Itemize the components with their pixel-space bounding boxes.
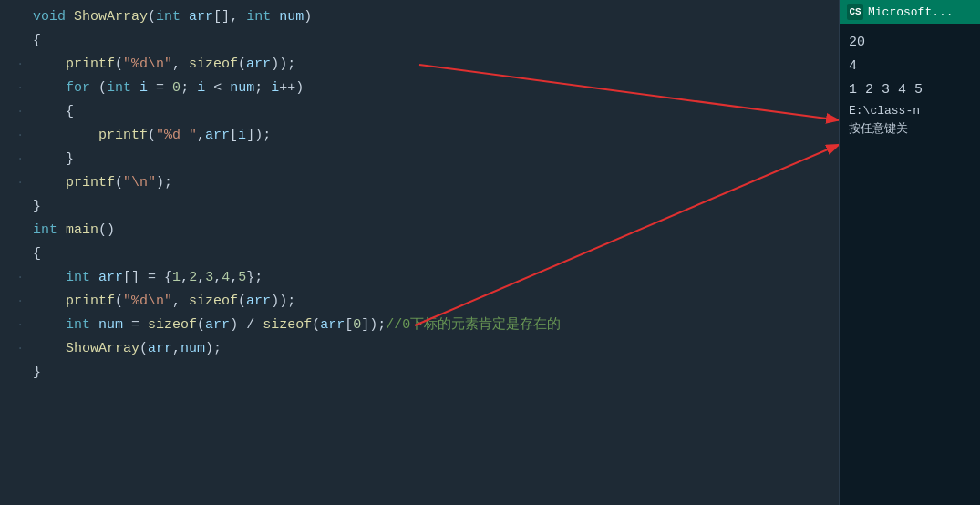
token-punc: [ — [230, 128, 238, 143]
line-gutter — [7, 171, 24, 195]
token-plain — [33, 151, 66, 167]
token-punc: [ — [345, 317, 353, 333]
token-plain: ; — [254, 80, 271, 96]
line-content: } — [33, 361, 839, 385]
token-str: "%d\n" — [123, 57, 172, 72]
token-fn: sizeof — [148, 317, 197, 333]
token-plain — [33, 175, 66, 191]
console-output: 2041 2 3 4 5E:\class-n按任意键关 — [840, 24, 980, 505]
token-plain: ++) — [279, 80, 304, 96]
line-content: } — [33, 148, 839, 171]
console-line: 1 2 3 4 5 — [849, 78, 971, 102]
token-plain: , — [230, 270, 238, 285]
console-titlebar: CS Microsoft... — [840, 0, 980, 24]
line-gutter — [7, 290, 24, 314]
token-plain — [90, 317, 98, 333]
code-editor[interactable]: void ShowArray(int arr[], int num){ prin… — [0, 0, 839, 505]
code-lines: void ShowArray(int arr[], int num){ prin… — [0, 5, 839, 385]
code-line: } — [0, 361, 839, 385]
token-var: arr — [246, 57, 271, 72]
token-plain: , — [172, 294, 189, 309]
code-line: void ShowArray(int arr[], int num) — [0, 5, 839, 29]
code-line: { — [0, 100, 839, 124]
token-var: num — [98, 317, 123, 333]
token-plain — [90, 270, 98, 285]
token-plain — [33, 317, 66, 333]
token-punc: ( — [312, 317, 320, 333]
token-fn: sizeof — [189, 294, 238, 309]
token-punc: ( — [115, 175, 123, 191]
token-var: arr — [205, 128, 230, 143]
token-punc: ]); — [361, 317, 386, 333]
token-punc: { — [33, 246, 41, 262]
token-plain: , — [213, 270, 222, 285]
token-plain: , — [230, 9, 246, 25]
token-fn: main — [66, 222, 98, 238]
line-content: { — [33, 29, 839, 53]
token-plain: < — [205, 80, 230, 96]
line-gutter — [7, 53, 24, 77]
token-plain — [33, 341, 66, 356]
token-punc: ( — [139, 341, 148, 356]
token-var: i — [238, 128, 246, 143]
token-plain: , — [172, 57, 189, 72]
line-content: for (int i = 0; i < num; i++) — [33, 77, 839, 100]
token-var: i — [271, 80, 279, 96]
token-var: i — [197, 80, 205, 96]
token-kw: int — [156, 9, 181, 25]
token-plain — [33, 294, 66, 309]
token-punc: ) — [304, 9, 312, 25]
token-num: 0 — [353, 317, 361, 333]
token-punc: ( — [115, 57, 123, 72]
token-plain — [181, 9, 189, 25]
token-plain — [33, 270, 66, 285]
token-punc: ( — [148, 128, 156, 143]
token-punc: ); — [156, 175, 172, 191]
code-line: printf("%d\n", sizeof(arr)); — [0, 290, 839, 314]
token-kw: for — [66, 80, 90, 96]
console-line: 4 — [849, 55, 971, 78]
line-content: { — [33, 242, 839, 266]
token-var: arr — [246, 294, 271, 309]
line-content: void ShowArray(int arr[], int num) — [33, 5, 839, 29]
token-punc: [] — [213, 9, 230, 25]
line-content: } — [33, 195, 839, 219]
token-plain: ( — [90, 80, 107, 96]
token-fn: ShowArray — [74, 9, 148, 25]
token-var: arr — [189, 9, 213, 25]
token-plain: }; — [246, 270, 263, 285]
line-gutter — [7, 77, 24, 100]
token-kw: int — [33, 222, 57, 238]
token-var: arr — [98, 270, 123, 285]
line-content: printf("%d\n", sizeof(arr)); — [33, 53, 839, 77]
token-punc: { — [33, 33, 41, 48]
line-content: printf("%d\n", sizeof(arr)); — [33, 290, 839, 314]
token-kw: int — [66, 317, 90, 333]
token-var: num — [279, 9, 304, 25]
token-num: 0 — [172, 80, 181, 96]
token-plain: = — [123, 317, 148, 333]
token-fn: printf — [66, 175, 115, 191]
console-panel: CS Microsoft... 2041 2 3 4 5E:\class-n按任… — [839, 0, 980, 505]
token-plain — [33, 104, 66, 119]
token-plain — [33, 128, 98, 143]
token-fn: printf — [98, 128, 148, 143]
line-content: printf("%d ",arr[i]); — [33, 124, 839, 148]
token-punc: )); — [271, 294, 295, 309]
code-line: for (int i = 0; i < num; i++) — [0, 77, 839, 100]
token-punc: ( — [197, 317, 205, 333]
code-line: } — [0, 148, 839, 171]
token-fn: sizeof — [189, 57, 238, 72]
token-plain: = { — [139, 270, 172, 285]
token-plain — [271, 9, 279, 25]
code-line: ShowArray(arr,num); — [0, 337, 839, 361]
token-plain: , — [172, 341, 181, 356]
code-line: int num = sizeof(arr) / sizeof(arr[0]);/… — [0, 314, 839, 337]
console-line: 按任意键关 — [849, 120, 971, 139]
line-content: int num = sizeof(arr) / sizeof(arr[0]);/… — [33, 314, 839, 337]
token-kw: void — [33, 9, 66, 25]
token-plain — [57, 222, 66, 238]
token-fn: printf — [66, 57, 115, 72]
line-gutter — [7, 266, 24, 290]
code-line: printf("\n"); — [0, 171, 839, 195]
